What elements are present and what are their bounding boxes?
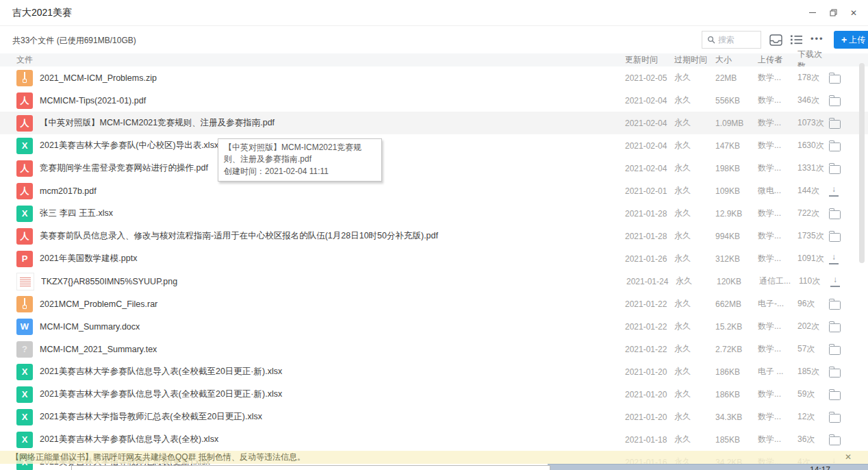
file-download-count: 202次 [797, 321, 829, 332]
download-icon[interactable]: ↓ [829, 253, 839, 264]
file-updated-date: 2021-02-05 [625, 73, 674, 83]
file-updated-date: 2021-01-18 [625, 435, 674, 445]
file-uploader: 数学... [758, 388, 797, 400]
vertical-scrollbar[interactable] [859, 63, 865, 263]
file-type-icon-rar [16, 296, 33, 312]
open-folder-icon[interactable] [829, 210, 841, 219]
table-row[interactable]: 2021_MCM-ICM_Problems.zip2021-02-05永久22M… [0, 66, 868, 89]
toolbar-right: 搜索 ••• + 上传 [702, 31, 868, 49]
open-folder-icon[interactable] [829, 233, 841, 242]
table-row[interactable]: X张三 李四 王五.xlsx2021-01-28永久12.9KB数学...722… [0, 202, 868, 225]
open-folder-icon[interactable] [829, 301, 841, 310]
file-name: 美赛赛前队员信息录入、修改与核对流程指南-适用于在中心校区报名的队伍(1月28日… [40, 230, 625, 242]
file-name: 2021MCM_ProblemC_Files.rar [40, 299, 625, 309]
open-folder-icon[interactable] [829, 346, 841, 355]
file-size: 185KB [715, 435, 758, 445]
file-action-cell: ↓ [830, 276, 860, 287]
file-uploader: 数学... [758, 321, 797, 332]
file-type-icon-xlsx: X [16, 364, 33, 380]
download-icon[interactable]: ↓ [830, 276, 840, 287]
open-folder-icon[interactable] [829, 323, 841, 332]
open-folder-icon[interactable] [829, 391, 841, 400]
search-icon [707, 36, 715, 44]
file-action-cell [829, 389, 859, 400]
file-action-cell [829, 434, 859, 445]
table-row[interactable]: TKZX7{}AR8550IMN5%SYUUP.png2021-01-24永久1… [0, 270, 868, 293]
open-folder-icon[interactable] [829, 414, 841, 423]
file-expiry: 永久 [674, 185, 715, 197]
file-type-icon-docx: W [16, 319, 33, 335]
file-uploader: 微电... [758, 185, 797, 197]
file-download-count: 1630次 [797, 140, 829, 151]
file-expiry: 永久 [674, 411, 715, 423]
open-folder-icon[interactable] [829, 369, 841, 378]
minimize-button[interactable] [802, 0, 823, 25]
table-row[interactable]: X2021美赛吉林大学参赛队(中心校区)导出表.xlsx2021-02-04永久… [0, 134, 868, 157]
table-row[interactable]: WMCM-ICM_Summary.docx2021-01-22永久15.2KB数… [0, 315, 868, 338]
file-size: 120KB [717, 277, 759, 286]
search-input[interactable]: 搜索 [702, 31, 761, 49]
file-name: 2021美赛吉林大学参赛队信息导入表(全校截至20日更正·新).xlsx [40, 388, 625, 400]
table-row[interactable]: 人竞赛期间学生需登录竞赛网站进行的操作.pdf2021-02-04永久198KB… [0, 157, 868, 180]
file-expiry: 永久 [674, 298, 715, 310]
file-name: 2021美赛吉林大学参赛队信息导入表(全校截至20日更正·新).xlsx [40, 366, 625, 378]
table-row[interactable]: 2021MCM_ProblemC_Files.rar2021-01-22永久66… [0, 293, 868, 315]
open-folder-icon[interactable] [829, 143, 841, 151]
file-size: 1.09MB [715, 119, 758, 128]
file-uploader: 数学... [758, 95, 797, 106]
banner-close-icon[interactable]: ✕ [845, 452, 852, 462]
download-icon[interactable]: ↓ [829, 186, 839, 197]
close-button[interactable]: ✕ [843, 0, 864, 25]
file-name: 2021_MCM-ICM_Problems.zip [40, 73, 625, 83]
image-thumbnail [20, 276, 31, 287]
column-header-file: 文件 [16, 54, 625, 66]
file-type-icon-pdf: 人 [16, 115, 33, 132]
file-expiry: 永久 [674, 434, 715, 445]
file-size: 34.3KB [715, 412, 758, 422]
file-download-count: 110次 [799, 275, 830, 287]
list-view-button[interactable] [791, 35, 802, 45]
background-window-fragment [71, 465, 550, 470]
column-header-size: 大小 [715, 54, 758, 66]
notice-banner: 【网络正能量倡议书】腾讯呼吁网友共建绿色QQ群 抵制色情、反动等违法信息。 ✕ [0, 451, 868, 464]
file-name: MCM-ICM_2021_Summary.tex [40, 345, 625, 354]
file-table-body: 2021_MCM-ICM_Problems.zip2021-02-05永久22M… [0, 66, 868, 470]
file-expiry: 永久 [674, 208, 715, 219]
table-row[interactable]: 人MCMICM-Tips(2021-01).pdf2021-02-04永久556… [0, 89, 868, 112]
open-folder-icon[interactable] [829, 120, 841, 129]
table-row[interactable]: X2021美赛吉林大学指导教师汇总表(全校截至20日更正).xlsx2021-0… [0, 406, 868, 428]
open-folder-icon[interactable] [829, 165, 841, 174]
file-size: 22MB [715, 73, 758, 83]
upload-button[interactable]: + 上传 [834, 31, 868, 49]
table-row[interactable]: 人美赛赛前队员信息录入、修改与核对流程指南-适用于在中心校区报名的队伍(1月28… [0, 225, 868, 247]
file-action-cell [829, 231, 859, 242]
table-row[interactable]: X2021美赛吉林大学参赛队信息导入表(全校截至20日更正·新).xlsx202… [0, 383, 868, 406]
file-type-icon-xlsx: X [16, 409, 33, 425]
file-name: 2021年美国数学建模.pptx [40, 253, 625, 264]
table-row[interactable]: 人【中英对照版】MCM-ICM2021竞赛规则、注册及参赛指南.pdf2021-… [0, 112, 868, 134]
open-folder-icon[interactable] [829, 436, 841, 445]
transfer-inbox-button[interactable] [769, 34, 782, 46]
window-controls: ✕ [802, 0, 864, 25]
table-row[interactable]: X2021美赛吉林大学参赛队信息导入表(全校截至20日更正·新).xlsx202… [0, 360, 868, 383]
restore-button[interactable] [823, 0, 843, 25]
file-updated-date: 2021-02-04 [625, 164, 674, 173]
table-row[interactable]: ?MCM-ICM_2021_Summary.tex2021-01-22永久2.7… [0, 338, 868, 360]
file-download-count: 1073次 [797, 117, 829, 129]
more-options-button[interactable]: ••• [810, 34, 824, 47]
file-updated-date: 2021-01-22 [625, 322, 674, 332]
file-size: 198KB [715, 164, 758, 173]
table-row[interactable]: P2021年美国数学建模.pptx2021-01-26永久312KB数学...1… [0, 247, 868, 270]
file-expiry: 永久 [674, 343, 715, 355]
table-row[interactable]: X2021美赛吉林大学参赛队信息导入表(全校).xlsx2021-01-18永久… [0, 428, 868, 451]
table-row[interactable]: 人mcm2017b.pdf2021-02-01永久109KB微电...144次↓ [0, 180, 868, 202]
file-updated-date: 2021-01-20 [625, 412, 674, 422]
file-type-icon-xlsx: X [16, 206, 33, 222]
file-name: 2021美赛吉林大学指导教师汇总表(全校截至20日更正).xlsx [40, 411, 625, 423]
file-uploader: 数学... [758, 140, 797, 151]
file-expiry: 永久 [674, 95, 715, 106]
file-uploader: 数学... [758, 411, 797, 423]
open-folder-icon[interactable] [829, 75, 841, 84]
open-folder-icon[interactable] [829, 97, 841, 106]
file-updated-date: 2021-02-04 [625, 141, 674, 151]
